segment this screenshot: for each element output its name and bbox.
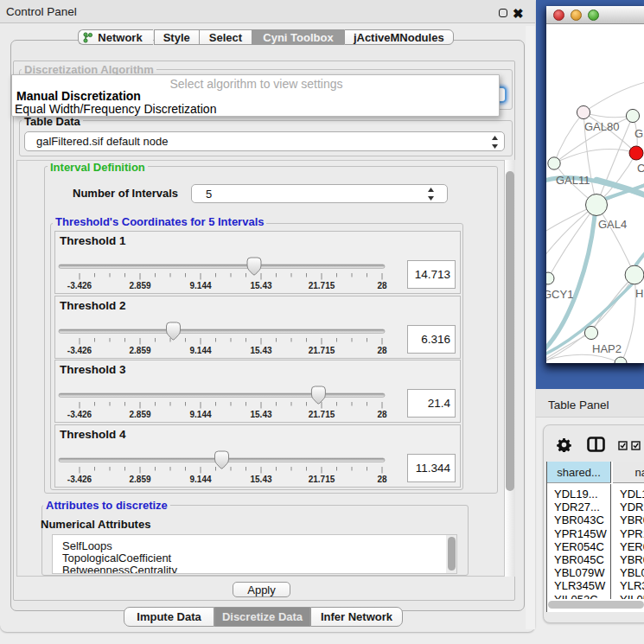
svg-text:28: 28	[377, 475, 387, 484]
svg-text:-3.426: -3.426	[67, 475, 92, 484]
svg-text:G...: G...	[634, 127, 644, 140]
svg-text:9.144: 9.144	[189, 346, 211, 355]
svg-text:21.715: 21.715	[309, 475, 335, 484]
svg-text:C: C	[637, 162, 644, 175]
svg-text:H: H	[635, 287, 643, 300]
svg-text:15.43: 15.43	[250, 410, 271, 419]
svg-text:-3.426: -3.426	[67, 410, 92, 419]
svg-text:2.859: 2.859	[129, 346, 150, 355]
svg-text:28: 28	[377, 281, 387, 290]
svg-text:21.715: 21.715	[309, 281, 335, 290]
svg-text:2.859: 2.859	[129, 281, 150, 290]
svg-text:21.715: 21.715	[309, 410, 335, 419]
svg-text:2.859: 2.859	[129, 475, 150, 484]
svg-text:15.43: 15.43	[250, 346, 271, 355]
svg-text:21.715: 21.715	[309, 346, 335, 355]
svg-text:GAL11: GAL11	[556, 174, 590, 187]
svg-text:28: 28	[377, 346, 387, 355]
svg-text:2.859: 2.859	[129, 410, 150, 419]
svg-text:9.144: 9.144	[189, 410, 211, 419]
svg-text:GCY1: GCY1	[546, 288, 573, 301]
svg-text:GAL80: GAL80	[584, 120, 619, 133]
svg-text:HAP2: HAP2	[592, 342, 622, 355]
svg-text:15.43: 15.43	[250, 281, 271, 290]
svg-text:-3.426: -3.426	[67, 281, 92, 290]
svg-text:15.43: 15.43	[250, 475, 271, 484]
svg-text:-3.426: -3.426	[67, 346, 92, 355]
svg-text:28: 28	[377, 410, 387, 419]
svg-text:9.144: 9.144	[189, 281, 211, 290]
svg-text:GAL4: GAL4	[598, 218, 627, 231]
svg-text:9.144: 9.144	[189, 475, 211, 484]
